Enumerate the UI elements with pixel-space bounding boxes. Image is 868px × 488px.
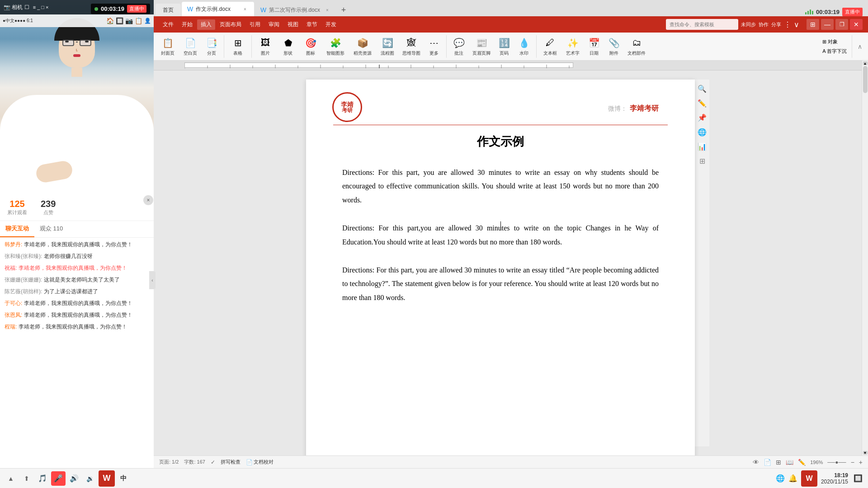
collapse-btn[interactable]: ‹ [149, 271, 154, 289]
stream-time: 00:03:19 [101, 5, 124, 12]
status-split[interactable]: ⊞ [776, 459, 781, 466]
status-zoom-in[interactable]: + [859, 459, 863, 466]
status-zoom-out[interactable]: − [851, 459, 854, 466]
ribbon-align[interactable]: ⊞ 对象 [821, 38, 849, 46]
ribbon-textbox[interactable]: 🖊 文本框 [540, 35, 561, 58]
date: 2020/11/15 [821, 479, 848, 485]
tab-home[interactable]: 首页 [156, 4, 181, 16]
wps-grid-btn[interactable]: ⊞ [807, 19, 819, 30]
taskbar-up-arrow[interactable]: ⬆ [19, 471, 34, 486]
ruler [154, 61, 862, 70]
document-page[interactable]: 李靖 考研 微博： 李靖考研 [306, 80, 695, 455]
wps-taskbar-icon[interactable]: W [801, 470, 817, 487]
share-btn[interactable]: 分享 [771, 21, 781, 28]
action-center[interactable]: 🔲 [852, 472, 864, 485]
likes-stat: 239 点赞 [41, 199, 56, 216]
taskbar-speaker[interactable]: 🔊 [67, 471, 81, 486]
status-page: 页面: 1/2 [159, 459, 179, 465]
taskbar-right: 🌐 🔔 W 18:19 2020/11/15 🔲 [776, 470, 864, 487]
logo: 李靖 考研 [332, 92, 362, 122]
ribbon-shell[interactable]: 📦 稻壳资源 [350, 35, 375, 58]
taskbar-sound2[interactable]: 🔉 [83, 471, 97, 486]
status-compare[interactable]: 📄 文档校对 [246, 459, 274, 465]
taskbar-wps[interactable]: W [99, 470, 115, 487]
menu-file[interactable]: 文件 [159, 19, 177, 30]
ribbon-watermark[interactable]: 💧 水印 [515, 35, 533, 58]
chat-tab-audience[interactable]: 观众 110 [34, 221, 68, 237]
chat-message-6: 于可心: 李靖老师，我来围观你的真播哦，为你点赞！ [5, 299, 149, 307]
doc-paragraph-2[interactable]: Directions: For this part,you are allowe… [342, 221, 659, 249]
scroll-thumb[interactable] [863, 66, 868, 93]
new-tab-btn[interactable]: + [337, 4, 350, 16]
doc-paragraph-1[interactable]: Directions: For this part, you are allow… [342, 166, 659, 207]
ribbon-pageno[interactable]: 🔢 页码 [495, 35, 513, 58]
wps-minimize-btn[interactable]: — [821, 19, 834, 30]
tray-icon1[interactable]: 🌐 [776, 474, 785, 483]
tool-chart[interactable]: 📊 [697, 141, 708, 152]
collaborate-btn[interactable]: 协作 [759, 21, 769, 28]
menu-dev[interactable]: 开发 [322, 19, 340, 30]
tab-doc2[interactable]: W 第二次写作示例.docx × [255, 4, 336, 16]
ribbon-cover[interactable]: 📋 封面页 [157, 35, 178, 58]
status-spell[interactable]: 拼写检查 [221, 459, 241, 465]
ribbon-date[interactable]: 📅 日期 [585, 35, 603, 58]
status-eye[interactable]: 👁 [753, 459, 759, 466]
menu-chapter[interactable]: 章节 [303, 19, 321, 30]
time: 18:19 [834, 472, 848, 479]
wps-search[interactable] [666, 19, 738, 30]
ribbon-page-break[interactable]: 📑 分页 [203, 35, 221, 58]
weibo-info: 微博： 李靖考研 [608, 104, 659, 113]
taskbar-keyboard[interactable]: 中 [116, 471, 131, 486]
ribbon-shape[interactable]: ⬟ 形状 [278, 35, 298, 58]
taskbar-expand[interactable]: ▲ [4, 471, 18, 486]
wps-title-bar: 文件 开始 插入 页面布局 引用 审阅 视图 章节 开发 未同步 协作 分享 ⋮ [154, 16, 868, 33]
ribbon-textdir[interactable]: A 首字下沉 [821, 47, 849, 56]
chat-message-3: 祝福: 李靖老师，我来围观你的真播哦，为你点赞！ [5, 264, 149, 272]
tool-edit[interactable]: ✏️ [697, 98, 708, 108]
menu-start[interactable]: 开始 [178, 19, 196, 30]
tool-web[interactable]: 🌐 [697, 127, 708, 137]
tray-icon2[interactable]: 🔔 [788, 474, 797, 483]
ribbon-header[interactable]: 📰 页眉页脚 [470, 35, 493, 58]
wps-restore-btn[interactable]: ❐ [835, 19, 848, 30]
ribbon-smart[interactable]: 🧩 智能图形 [323, 35, 348, 58]
menu-layout[interactable]: 页面布局 [216, 19, 245, 30]
doc-paragraph-3[interactable]: Directions: For this part, you are allow… [342, 263, 659, 305]
ribbon-artword[interactable]: ✨ 艺术字 [562, 35, 583, 58]
menu-insert[interactable]: 插入 [197, 19, 215, 30]
menu-review[interactable]: 审阅 [265, 19, 283, 30]
menu-view[interactable]: 视图 [284, 19, 302, 30]
ribbon-more[interactable]: ⋯ 更多 [425, 35, 443, 58]
status-layout[interactable]: 📄 [764, 459, 771, 466]
wps-close-btn[interactable]: ✕ [850, 19, 863, 30]
wps-menu-items: 文件 开始 插入 页面布局 引用 审阅 视图 章节 开发 [159, 19, 340, 30]
right-expand[interactable]: ∧ [855, 35, 864, 58]
tool-search[interactable]: 🔍 [697, 83, 708, 94]
ribbon-comment[interactable]: 💬 批注 [450, 35, 468, 58]
wps-ribbon: 📋 封面页 📄 空白页 📑 分页 ⊞ 表格 🖼 [154, 33, 868, 61]
viewers-stat: 125 累计观看 [7, 199, 27, 216]
status-pen[interactable]: ✏️ [798, 459, 806, 466]
menu-ref[interactable]: 引用 [246, 19, 264, 30]
ribbon-table[interactable]: ⊞ 表格 [227, 35, 248, 58]
status-words: 字数: 167 [184, 459, 205, 465]
taskbar-mic-record[interactable]: 🎤 [51, 471, 66, 486]
chat-tab-interact[interactable]: 聊天互动 [0, 221, 34, 237]
ribbon-icon[interactable]: 🎯 图标 [300, 35, 321, 58]
status-zoom-slider[interactable]: ──●── [827, 459, 846, 465]
ribbon-blank-page[interactable]: 📄 空白页 [180, 35, 201, 58]
taskbar-mic[interactable]: 🎵 [35, 471, 50, 486]
status-reading[interactable]: 📖 [786, 459, 793, 466]
ribbon-docparts[interactable]: 🗂 文档部件 [625, 35, 648, 58]
chat-close-btn[interactable]: × [143, 195, 153, 205]
doc-scroll: 李靖 考研 微博： 李靖考研 [154, 70, 862, 455]
tab-doc1[interactable]: W 作文示例.docx × [182, 2, 254, 16]
tool-pin[interactable]: 📌 [697, 112, 708, 123]
ribbon-mindmap[interactable]: 🕸 思维导图 [400, 35, 423, 58]
ribbon-flow[interactable]: 🔄 流程图 [377, 35, 398, 58]
ribbon-image[interactable]: 🖼 图片 [255, 35, 276, 58]
tool-grid[interactable]: ⊞ [697, 155, 708, 166]
scrollbar[interactable]: ▲ ▼ [862, 61, 868, 455]
taskbar: ▲ ⬆ 🎵 🎤 🔊 🔉 W 中 🌐 🔔 W 18:19 2020/11/15 🔲 [0, 468, 868, 488]
ribbon-attach[interactable]: 📎 附件 [605, 35, 623, 58]
